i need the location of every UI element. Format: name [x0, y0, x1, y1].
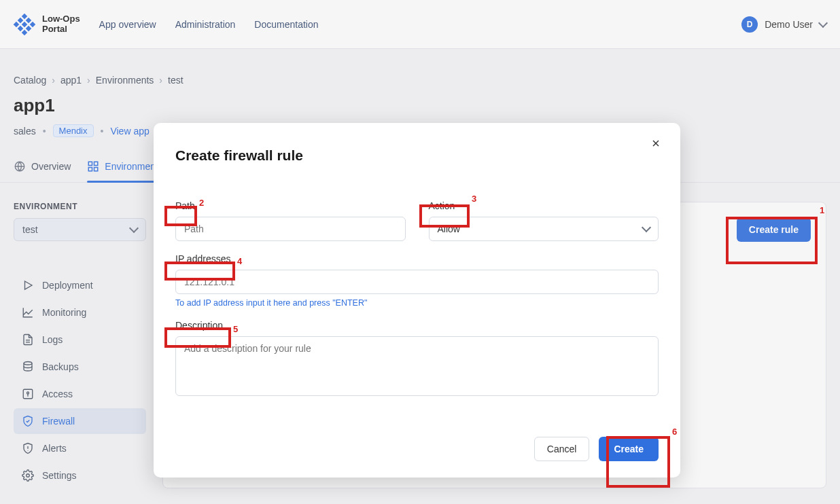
field-action: Action Allow: [429, 200, 659, 241]
field-ip: IP addresses To add IP address input it …: [175, 253, 659, 308]
create-firewall-rule-modal: Create firewall rule Path Action Allow I…: [154, 123, 680, 478]
action-select-value: Allow: [438, 223, 460, 234]
close-button[interactable]: [648, 137, 664, 153]
description-label: Description: [175, 320, 659, 331]
modal-footer: Cancel Create: [175, 437, 659, 461]
action-label: Action: [429, 200, 659, 211]
ip-label: IP addresses: [175, 253, 659, 264]
close-icon: [650, 138, 661, 151]
annotation-number: 5: [233, 324, 238, 334]
modal-form: Path Action Allow IP addresses To add IP…: [175, 200, 659, 399]
ip-help-text: To add IP address input it here and pres…: [175, 298, 659, 308]
chevron-down-icon: [642, 223, 651, 232]
action-select[interactable]: Allow: [429, 217, 659, 241]
field-description: Description: [175, 320, 659, 399]
annotation-number: 1: [820, 205, 824, 215]
annotation-number: 4: [237, 256, 242, 266]
cancel-button[interactable]: Cancel: [534, 437, 590, 461]
field-path: Path: [175, 200, 406, 241]
annotation-number: 6: [672, 427, 677, 437]
annotation-number: 2: [199, 198, 204, 208]
path-label: Path: [175, 200, 406, 211]
path-input[interactable]: [175, 217, 406, 241]
modal-title: Create firewall rule: [175, 147, 659, 164]
ip-input[interactable]: [175, 270, 659, 294]
annotation-number: 3: [472, 194, 476, 204]
description-textarea[interactable]: [175, 336, 659, 396]
create-button[interactable]: Create: [599, 437, 659, 461]
